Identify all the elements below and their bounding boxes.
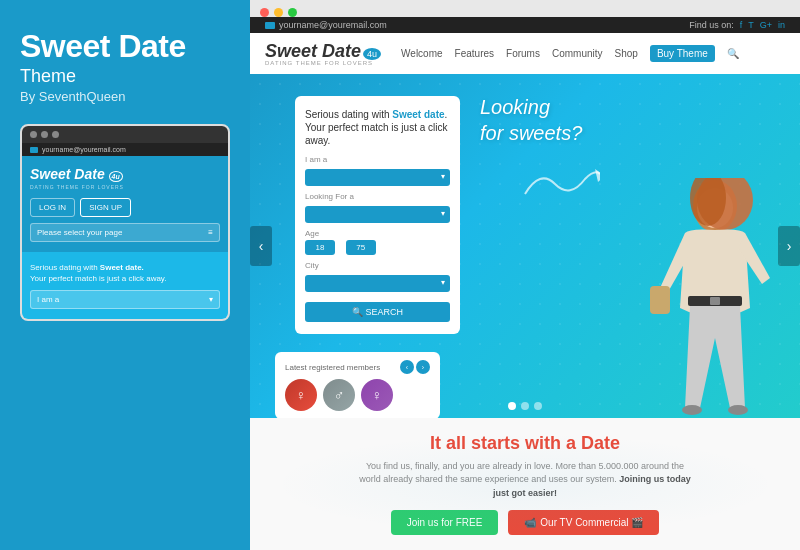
form-iama-select[interactable] xyxy=(305,169,450,186)
left-panel: Sweet Date Theme By SeventhQueen yournam… xyxy=(0,0,250,550)
mobile-section2-text: Serious dating with Sweet date.Your perf… xyxy=(30,262,220,284)
mobile-dropdown-label: Please select your page xyxy=(37,228,122,237)
facebook-icon[interactable]: f xyxy=(740,20,743,30)
bottom-title: It all starts with a Date xyxy=(270,433,780,454)
mobile-page-dropdown[interactable]: Please select your page ≡ xyxy=(30,223,220,242)
decorative-squiggle xyxy=(520,164,600,204)
hero-tagline: Looking for sweets? xyxy=(480,94,582,146)
nav-community[interactable]: Community xyxy=(552,48,603,59)
browser-content: yourname@youremail.com Find us on: f T G… xyxy=(250,17,800,550)
members-avatars: ♀ ♂ ♀ xyxy=(285,379,430,411)
mobile-iama-dropdown[interactable]: I am a ▾ xyxy=(30,290,220,309)
search-icon[interactable]: 🔍 xyxy=(727,48,739,59)
mobile-topbar-email: yourname@youremail.com xyxy=(42,146,126,153)
search-button[interactable]: 🔍 SEARCH xyxy=(305,302,450,322)
nav-welcome[interactable]: Welcome xyxy=(401,48,443,59)
form-iama-row: I am a xyxy=(305,155,450,186)
bottom-buttons: Join us for FREE 📹 Our TV Commercial 🎬 xyxy=(270,510,780,535)
mobile-signup-button[interactable]: SIGN UP xyxy=(80,198,131,217)
browser-close-dot xyxy=(260,8,269,17)
form-looking-row: Looking For a xyxy=(305,192,450,223)
mobile-logo-sub: DATING THEME FOR LOVERS xyxy=(30,184,220,190)
brand-by: By SeventhQueen xyxy=(20,89,230,104)
browser-minimize-dot xyxy=(274,8,283,17)
topbar-right: Find us on: f T G+ in xyxy=(689,20,785,30)
linkedin-icon[interactable]: in xyxy=(778,20,785,30)
nav-features[interactable]: Features xyxy=(455,48,494,59)
email-icon xyxy=(30,147,38,153)
slider-dot-1[interactable] xyxy=(508,402,516,410)
site-nav: Welcome Features Forums Community Shop B… xyxy=(401,45,785,62)
mobile-dot-1 xyxy=(30,131,37,138)
topbar-findus: Find us on: xyxy=(689,20,734,30)
form-age-from[interactable] xyxy=(305,240,335,255)
mobile-dot-2 xyxy=(41,131,48,138)
svg-point-7 xyxy=(682,405,702,415)
form-city-label: City xyxy=(305,261,450,270)
bottom-title-bold: Date xyxy=(581,433,620,453)
form-title: Serious dating with Sweet date. Your per… xyxy=(305,108,450,147)
twitter-icon[interactable]: T xyxy=(748,20,754,30)
site-hero: ‹ › Serious dating with Sweet date. Your… xyxy=(250,74,800,418)
member-avatar-1: ♀ xyxy=(285,379,317,411)
browser-maximize-dot xyxy=(288,8,297,17)
mobile-login-button[interactable]: LOG IN xyxy=(30,198,75,217)
form-age-to[interactable] xyxy=(346,240,376,255)
search-icon: 🔍 xyxy=(352,307,363,317)
form-looking-select[interactable] xyxy=(305,206,450,223)
form-iama-label: I am a xyxy=(305,155,450,164)
join-free-button[interactable]: Join us for FREE xyxy=(391,510,499,535)
tv-commercial-button[interactable]: 📹 Our TV Commercial 🎬 xyxy=(508,510,659,535)
googleplus-icon[interactable]: G+ xyxy=(760,20,772,30)
mobile-logo: Sweet Date 4u xyxy=(30,166,123,182)
brand-title: Sweet Date xyxy=(20,30,230,62)
mobile-iama-label: I am a xyxy=(37,295,59,304)
slider-dot-3[interactable] xyxy=(534,402,542,410)
mobile-section2: Serious dating with Sweet date.Your perf… xyxy=(22,252,228,319)
hero-next-button[interactable]: › xyxy=(778,226,800,266)
site-logo-suffix: 4u xyxy=(363,48,381,60)
form-age-row: Age - xyxy=(305,229,450,255)
site-logo-sub: DATING THEME FOR LOVERS xyxy=(265,60,381,66)
chevron-down-icon: ≡ xyxy=(208,228,213,237)
members-prev-button[interactable]: ‹ xyxy=(400,360,414,374)
nav-forums[interactable]: Forums xyxy=(506,48,540,59)
svg-point-8 xyxy=(728,405,748,415)
slider-dots xyxy=(508,402,542,410)
mobile-logo-suffix: 4u xyxy=(109,171,123,182)
svg-rect-6 xyxy=(710,297,720,305)
topbar-left: yourname@youremail.com xyxy=(265,20,387,30)
nav-buy-theme[interactable]: Buy Theme xyxy=(650,45,715,62)
slider-dot-2[interactable] xyxy=(521,402,529,410)
site-navbar: Sweet Date 4u DATING THEME FOR LOVERS We… xyxy=(250,33,800,74)
theme-label: Theme xyxy=(20,66,230,87)
hero-search-form: Serious dating with Sweet date. Your per… xyxy=(295,96,460,334)
mobile-browser-bar xyxy=(22,126,228,143)
hero-tagline-line2: for sweets? xyxy=(480,122,582,144)
browser-mock: yourname@youremail.com Find us on: f T G… xyxy=(250,0,800,550)
nav-shop[interactable]: Shop xyxy=(615,48,638,59)
email-icon xyxy=(265,22,275,29)
age-dash: - xyxy=(339,243,342,252)
site-bottom: It all starts with a Date You find us, f… xyxy=(250,418,800,551)
chevron-down-icon: ▾ xyxy=(209,295,213,304)
member-avatar-3: ♀ xyxy=(361,379,393,411)
hero-right: Looking for sweets? xyxy=(460,74,800,418)
form-age-label: Age xyxy=(305,229,450,238)
right-panel: yourname@youremail.com Find us on: f T G… xyxy=(250,0,800,550)
members-title: Latest registered members xyxy=(285,363,380,372)
bottom-title-start: It all starts with a xyxy=(430,433,581,453)
members-next-button[interactable]: › xyxy=(416,360,430,374)
form-city-row: City xyxy=(305,261,450,292)
latest-members-card: Latest registered members ‹ › ♀ ♂ ♀ xyxy=(275,352,440,418)
bottom-text-bold: Joining us today just got easier! xyxy=(493,474,691,498)
browser-chrome xyxy=(250,0,800,17)
mobile-topbar: yourname@youremail.com xyxy=(22,143,228,156)
site-topbar: yourname@youremail.com Find us on: f T G… xyxy=(250,17,800,33)
mobile-buttons: LOG IN SIGN UP xyxy=(30,198,220,217)
hero-prev-button[interactable]: ‹ xyxy=(250,226,272,266)
bottom-text: You find us, finally, and you are alread… xyxy=(355,460,695,501)
form-city-select[interactable] xyxy=(305,275,450,292)
member-avatar-2: ♂ xyxy=(323,379,355,411)
hero-model xyxy=(630,74,800,418)
